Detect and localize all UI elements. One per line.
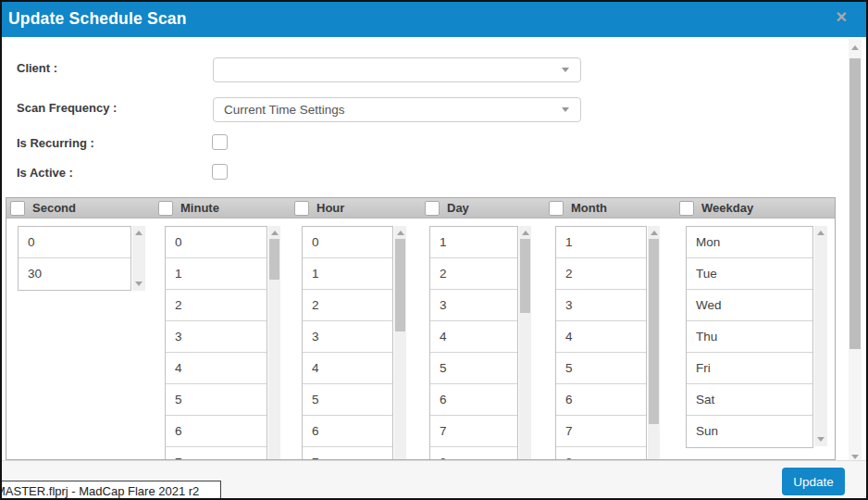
minute-option[interactable]: 3	[166, 321, 267, 353]
scroll-up-icon[interactable]	[271, 231, 279, 235]
minute-option[interactable]: 1	[166, 258, 267, 290]
weekday-option[interactable]: Wed	[687, 290, 812, 321]
scan-frequency-label: Scan Frequency :	[17, 101, 117, 115]
month-option[interactable]: 3	[556, 290, 646, 321]
minute-option[interactable]: 0	[166, 227, 267, 258]
minute-option[interactable]: 2	[166, 290, 267, 321]
second-option[interactable]: 0	[19, 227, 130, 258]
weekday-option[interactable]: Sat	[687, 384, 812, 416]
is-active-checkbox[interactable]	[212, 164, 228, 180]
column-checkbox-day[interactable]	[425, 201, 440, 216]
scrollbar-thumb[interactable]	[395, 239, 405, 331]
hour-option[interactable]: 5	[303, 384, 392, 416]
minute-option[interactable]: 5	[166, 384, 267, 416]
day-option[interactable]: 1	[430, 227, 517, 258]
day-option[interactable]: 2	[430, 258, 517, 290]
column-checkbox-month[interactable]	[549, 201, 564, 216]
scroll-up-icon[interactable]	[851, 45, 859, 50]
client-dropdown[interactable]	[213, 57, 581, 82]
hour-option[interactable]: 2	[303, 290, 392, 321]
month-option[interactable]: 5	[556, 353, 646, 384]
minute-option[interactable]: 7	[166, 447, 267, 460]
scroll-up-icon[interactable]	[651, 231, 658, 235]
dialog-vertical-scrollbar[interactable]	[849, 39, 862, 466]
update-button[interactable]: Update	[782, 468, 845, 495]
column-checkbox-hour[interactable]	[294, 201, 309, 216]
hour-option[interactable]: 4	[303, 353, 392, 384]
scroll-up-icon[interactable]	[522, 231, 529, 235]
scrollbar-thumb[interactable]	[269, 239, 279, 280]
scrollbar-thumb[interactable]	[520, 239, 530, 313]
column-label-minute: Minute	[180, 201, 219, 215]
is-active-label: Is Active :	[17, 166, 73, 180]
column-checkbox-second[interactable]	[10, 201, 25, 216]
hour-option[interactable]: 0	[303, 227, 392, 258]
column-label-weekday: Weekday	[701, 201, 753, 215]
scan-frequency-dropdown[interactable]: Current Time Settings	[213, 97, 581, 122]
hour-listbox[interactable]: 01234567	[302, 226, 393, 460]
weekday-list-scrollbar[interactable]	[814, 226, 827, 446]
taskbar-window-tooltip: MASTER.flprj - MadCap Flare 2021 r2	[0, 481, 221, 500]
day-option[interactable]: 4	[430, 321, 517, 353]
dialog-title: Update Schedule Scan	[8, 0, 187, 37]
weekday-option[interactable]: Thu	[687, 321, 812, 353]
month-option[interactable]: 4	[556, 321, 646, 353]
weekday-option[interactable]: Mon	[687, 227, 812, 258]
day-option[interactable]: 5	[430, 353, 517, 384]
hour-option[interactable]: 3	[303, 321, 392, 353]
month-option[interactable]: 2	[556, 258, 646, 290]
column-label-hour: Hour	[316, 201, 344, 215]
cron-schedule-table: SecondMinuteHourDayMonthWeekday 03001234…	[6, 197, 836, 460]
scroll-up-icon[interactable]	[397, 231, 404, 235]
hour-option[interactable]: 6	[303, 416, 392, 447]
month-list-scrollbar[interactable]	[648, 226, 660, 460]
month-option[interactable]: 8	[556, 447, 646, 460]
scroll-down-icon[interactable]	[851, 455, 859, 459]
scrollbar-thumb[interactable]	[649, 239, 659, 424]
day-option[interactable]: 7	[430, 416, 517, 447]
hour-list-scrollbar[interactable]	[394, 226, 406, 460]
column-checkbox-minute[interactable]	[158, 201, 173, 216]
column-label-second: Second	[32, 201, 76, 215]
scroll-down-icon[interactable]	[135, 281, 143, 286]
scan-frequency-dropdown-value: Current Time Settings	[224, 98, 345, 121]
is-recurring-label: Is Recurring :	[17, 136, 94, 150]
minute-list-scrollbar[interactable]	[268, 226, 280, 460]
scroll-up-icon[interactable]	[817, 231, 825, 235]
day-list-scrollbar[interactable]	[519, 226, 531, 460]
client-label: Client :	[17, 61, 57, 75]
minute-option[interactable]: 4	[166, 353, 267, 384]
weekday-listbox[interactable]: MonTueWedThuFriSatSun	[686, 226, 813, 448]
is-recurring-checkbox[interactable]	[212, 134, 228, 150]
month-option[interactable]: 6	[556, 384, 646, 416]
weekday-option[interactable]: Fri	[687, 353, 812, 384]
month-option[interactable]: 7	[556, 416, 646, 447]
minute-listbox[interactable]: 01234567	[165, 226, 267, 460]
update-schedule-scan-dialog: Update Schedule Scan ✕ Client : Scan Fre…	[0, 0, 868, 500]
weekday-option[interactable]: Tue	[687, 258, 812, 290]
column-label-day: Day	[447, 201, 469, 215]
day-option[interactable]: 6	[430, 384, 517, 416]
second-option[interactable]: 30	[19, 258, 130, 290]
hour-option[interactable]: 7	[303, 447, 392, 460]
weekday-option[interactable]: Sun	[687, 416, 812, 447]
scroll-up-icon[interactable]	[135, 231, 143, 235]
close-icon[interactable]: ✕	[836, 0, 848, 35]
day-listbox[interactable]: 12345678	[429, 226, 518, 460]
second-list-scrollbar[interactable]	[132, 226, 145, 291]
column-label-month: Month	[571, 201, 607, 215]
minute-option[interactable]: 6	[166, 416, 267, 447]
column-checkbox-weekday[interactable]	[679, 201, 694, 216]
scrollbar-thumb[interactable]	[849, 58, 861, 349]
hour-option[interactable]: 1	[303, 258, 392, 290]
day-option[interactable]: 8	[430, 447, 517, 460]
month-option[interactable]: 1	[556, 227, 646, 258]
chevron-down-icon	[562, 68, 569, 72]
month-listbox[interactable]: 12345678	[555, 226, 647, 460]
dialog-titlebar: Update Schedule Scan ✕	[0, 0, 868, 37]
scroll-down-icon[interactable]	[817, 437, 825, 442]
second-listbox[interactable]: 030	[18, 226, 131, 291]
day-option[interactable]: 3	[430, 290, 517, 321]
chevron-down-icon	[562, 107, 569, 112]
dialog-footer: Update MASTER.flprj - MadCap Flare 2021 …	[0, 460, 868, 500]
